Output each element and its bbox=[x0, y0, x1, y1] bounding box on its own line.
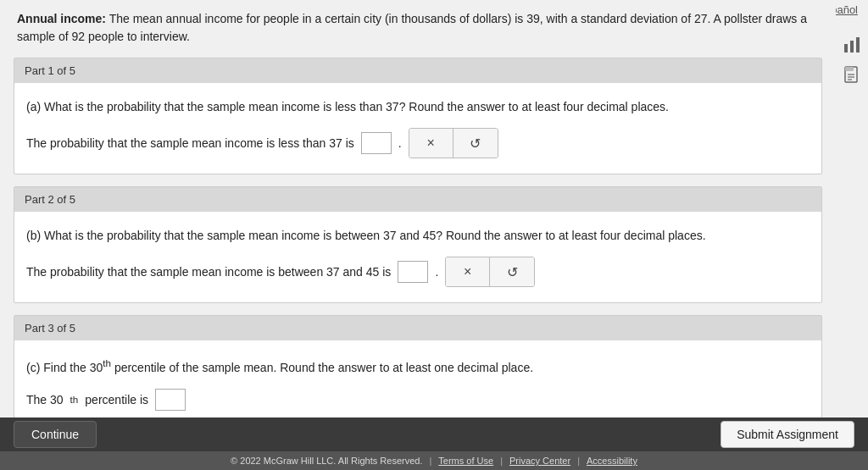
footer-divider-1: | bbox=[429, 456, 431, 466]
part-3-question: (c) Find the 30th percentile of the samp… bbox=[26, 356, 810, 377]
part-1-tools: × ↺ bbox=[409, 128, 498, 158]
part-3-header: Part 3 of 5 bbox=[14, 316, 821, 340]
clear-icon-2: × bbox=[464, 264, 471, 279]
part-1-body: (a) What is the probability that the sam… bbox=[14, 83, 821, 174]
privacy-link[interactable]: Privacy Center bbox=[509, 456, 570, 466]
main-content: Annual income: The mean annual income fo… bbox=[0, 0, 836, 428]
part-3-question-suffix: percentile of the sample mean. Round the… bbox=[111, 361, 533, 374]
part-1-answer-row: The probability that the sample mean inc… bbox=[26, 128, 810, 158]
svg-rect-0 bbox=[844, 44, 848, 53]
sidebar bbox=[836, 24, 868, 88]
part-1-input[interactable] bbox=[361, 132, 392, 154]
problem-text: The mean annual income for people in a c… bbox=[17, 12, 807, 43]
part-3-answer-row: The 30th percentile is bbox=[26, 389, 810, 411]
svg-rect-1 bbox=[850, 41, 854, 53]
bottom-action-bar: Continue Submit Assignment bbox=[0, 417, 868, 451]
part-1-answer-suffix: . bbox=[398, 136, 402, 150]
chart-icon[interactable] bbox=[839, 32, 865, 58]
terms-link[interactable]: Terms of Use bbox=[438, 456, 493, 466]
part-2-answer-row: The probability that the sample mean inc… bbox=[26, 257, 810, 287]
part-3-answer-mid: percentile is bbox=[85, 393, 148, 406]
undo-icon: ↺ bbox=[470, 135, 481, 152]
part-3-input[interactable] bbox=[155, 389, 186, 411]
document-icon[interactable] bbox=[839, 63, 865, 88]
part-2-undo-button[interactable]: ↺ bbox=[490, 257, 534, 286]
part-3-question-super: th bbox=[103, 357, 111, 368]
part-2-answer-suffix: . bbox=[435, 265, 438, 279]
part-1-question: (a) What is the probability that the sam… bbox=[26, 98, 810, 116]
part-1-answer-prefix: The probability that the sample mean inc… bbox=[26, 136, 354, 150]
continue-button[interactable]: Continue bbox=[14, 421, 97, 448]
part-2-container: Part 2 of 5 (b) What is the probability … bbox=[14, 186, 822, 303]
part-2-input[interactable] bbox=[398, 261, 428, 283]
accessibility-link[interactable]: Accessibility bbox=[587, 456, 637, 466]
part-2-header: Part 2 of 5 bbox=[14, 187, 821, 212]
footer-divider-3: | bbox=[577, 456, 580, 466]
clear-icon: × bbox=[426, 135, 434, 151]
submit-button[interactable]: Submit Assignment bbox=[721, 421, 854, 448]
footer: © 2022 McGraw Hill LLC. All Rights Reser… bbox=[0, 451, 868, 470]
part-1-header: Part 1 of 5 bbox=[14, 58, 821, 83]
part-2-tools: × ↺ bbox=[445, 257, 535, 287]
part-3-container: Part 3 of 5 (c) Find the 30th percentile… bbox=[14, 315, 822, 427]
footer-divider-2: | bbox=[500, 456, 503, 466]
svg-rect-4 bbox=[845, 67, 854, 71]
part-1-clear-button[interactable]: × bbox=[409, 129, 453, 158]
problem-statement: Annual income: The mean annual income fo… bbox=[14, 10, 822, 46]
part-2-clear-button[interactable]: × bbox=[446, 257, 490, 286]
part-3-body: (c) Find the 30th percentile of the samp… bbox=[14, 340, 821, 426]
part-3-answer-prefix: The 30 bbox=[26, 393, 64, 406]
footer-copyright: © 2022 McGraw Hill LLC. All Rights Reser… bbox=[231, 456, 422, 466]
part-2-answer-prefix: The probability that the sample mean inc… bbox=[26, 265, 391, 279]
undo-icon-2: ↺ bbox=[507, 264, 518, 280]
part-1-container: Part 1 of 5 (a) What is the probability … bbox=[14, 58, 822, 174]
svg-rect-2 bbox=[856, 37, 860, 53]
part-3-answer-super: th bbox=[70, 394, 79, 405]
part-2-question: (b) What is the probability that the sam… bbox=[26, 227, 810, 245]
problem-bold: Annual income: bbox=[17, 12, 106, 25]
part-3-question-prefix: (c) Find the 30 bbox=[26, 361, 103, 374]
part-1-undo-button[interactable]: ↺ bbox=[453, 129, 498, 158]
part-2-body: (b) What is the probability that the sam… bbox=[14, 212, 821, 302]
